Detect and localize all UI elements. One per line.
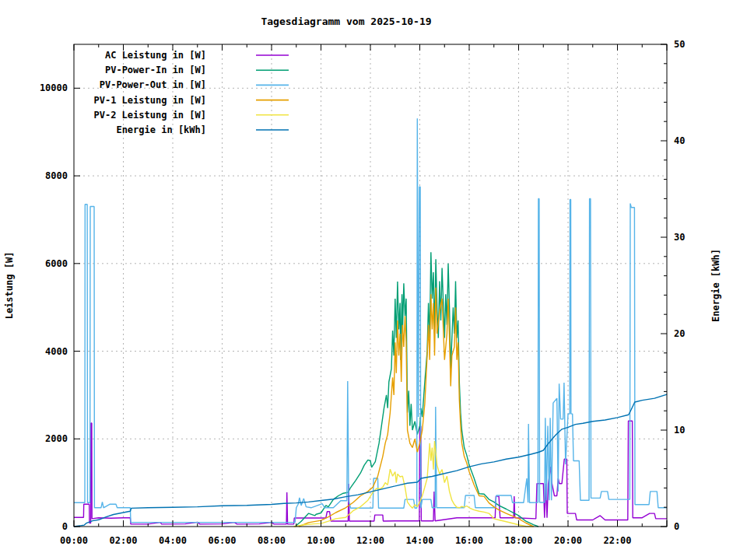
x-tick-label: 22:00 bbox=[603, 535, 631, 546]
y-left-tick-label: 10000 bbox=[40, 82, 68, 93]
chart-title: Tagesdiagramm vom 2025-10-19 bbox=[261, 16, 431, 27]
y-left-tick-label: 4000 bbox=[45, 346, 68, 357]
x-tick-label: 20:00 bbox=[554, 535, 582, 546]
legend-label-pv2_leistung: PV-2 Leistung in [W] bbox=[94, 110, 207, 121]
y-right-tick-label: 50 bbox=[674, 39, 685, 50]
x-tick-label: 14:00 bbox=[405, 535, 433, 546]
y-right-tick-label: 30 bbox=[674, 232, 685, 243]
legend-label-energie: Energie in [kWh] bbox=[116, 124, 206, 135]
x-tick-label: 00:00 bbox=[60, 535, 88, 546]
x-tick-label: 06:00 bbox=[208, 535, 236, 546]
y-left-tick-label: 0 bbox=[62, 521, 68, 532]
y-left-tick-label: 2000 bbox=[45, 433, 68, 444]
y-right-tick-label: 0 bbox=[674, 521, 679, 532]
legend-label-pv_power_in: PV-Power-In in [W] bbox=[105, 65, 206, 75]
x-tick-label: 16:00 bbox=[455, 535, 483, 546]
legend-label-pv_power_out: PV-Power-Out in [W] bbox=[100, 79, 206, 90]
x-tick-label: 18:00 bbox=[504, 535, 532, 546]
legend-label-pv1_leistung: PV-1 Leistung in [W] bbox=[94, 95, 207, 106]
y-left-tick-label: 6000 bbox=[45, 258, 68, 269]
x-tick-label: 02:00 bbox=[109, 535, 137, 546]
x-tick-label: 12:00 bbox=[356, 535, 384, 546]
y-left-tick-label: 8000 bbox=[45, 170, 68, 181]
y-right-tick-label: 10 bbox=[674, 425, 685, 436]
x-tick-label: 10:00 bbox=[307, 535, 335, 546]
x-tick-label: 08:00 bbox=[258, 535, 286, 546]
y-right-tick-label: 20 bbox=[674, 328, 685, 339]
legend-label-ac_leistung: AC Leistung in [W] bbox=[105, 50, 206, 61]
y-axis-left-label: Leistung [W] bbox=[4, 252, 15, 320]
x-tick-label: 04:00 bbox=[159, 535, 187, 546]
y-axis-right-label: Energie [kWh] bbox=[710, 249, 721, 322]
y-right-tick-label: 40 bbox=[674, 135, 685, 146]
daily-diagram-chart: Tagesdiagramm vom 2025-10-19 Leistung [W… bbox=[0, 0, 747, 560]
